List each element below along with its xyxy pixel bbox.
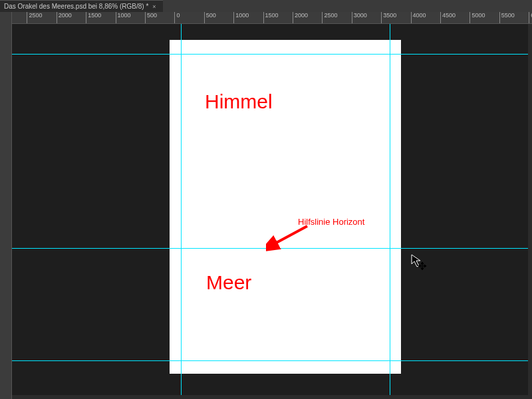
ruler-tick: 60 <box>529 12 532 24</box>
annotation-horizon-label: Hilfslinie Horizont <box>298 217 364 227</box>
horizontal-scrollbar[interactable] <box>12 395 532 399</box>
annotation-himmel: Himmel <box>205 90 273 113</box>
document-tab-title: Das Orakel des Meeres.psd bei 8,86% (RGB… <box>4 3 148 10</box>
ruler-tick: 1000 <box>233 12 249 24</box>
ruler-tick: 2500 <box>27 12 42 24</box>
ruler-tick: 5500 <box>499 12 515 24</box>
canvas-viewport[interactable]: Himmel Meer Hilfslinie Horizont <box>12 24 532 399</box>
ruler-tick: 500 <box>204 12 216 24</box>
ruler-tick: 5000 <box>469 12 485 24</box>
vertical-scrollbar[interactable] <box>528 24 532 395</box>
document-tab[interactable]: Das Orakel des Meeres.psd bei 8,86% (RGB… <box>0 0 163 12</box>
ruler-tick: 3500 <box>381 12 396 24</box>
vertical-ruler[interactable] <box>0 12 12 399</box>
ruler-tick: 1500 <box>86 12 101 24</box>
ruler-tick: 1000 <box>116 12 131 24</box>
ruler-tick: 4500 <box>440 12 456 24</box>
ruler-tick: 2500 <box>322 12 337 24</box>
ruler-tick: 4000 <box>411 12 426 24</box>
ruler-tick: 2000 <box>57 12 72 24</box>
ruler-tick: 1500 <box>263 12 279 24</box>
ruler-tick: 2000 <box>293 12 308 24</box>
horizontal-ruler[interactable]: 0250020001500100050005001000150020002500… <box>12 12 532 24</box>
document-tab-bar: Das Orakel des Meeres.psd bei 8,86% (RGB… <box>0 0 532 12</box>
annotation-meer: Meer <box>206 271 251 294</box>
close-icon[interactable]: × <box>152 3 156 10</box>
ruler-tick: 3000 <box>352 12 367 24</box>
move-cursor-icon <box>411 254 428 271</box>
ruler-tick: 500 <box>145 12 157 24</box>
ruler-tick: 0 <box>174 12 180 24</box>
